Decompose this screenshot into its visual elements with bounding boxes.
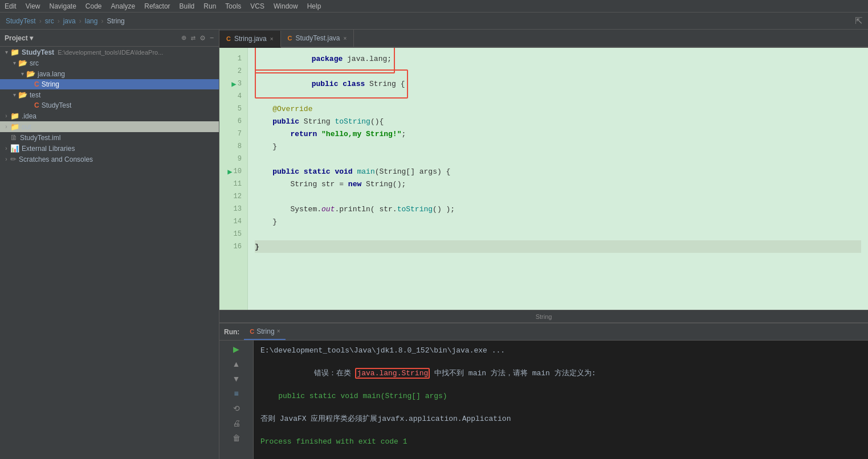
tab-bar: C String.java × C StudyTest.java × — [219, 30, 868, 48]
run-tab-close[interactable]: × — [277, 328, 280, 334]
java-icon-studytest: C — [34, 101, 39, 109]
scratches-icon: ✏ — [10, 155, 17, 163]
sidebar-add-icon[interactable]: ⊕ — [181, 33, 186, 43]
sidebar-title: Project ▾ — [5, 34, 33, 42]
code-line-5: @Override — [255, 103, 861, 115]
menu-help[interactable]: Help — [307, 2, 321, 10]
code-line-11: String str = new String(); — [255, 178, 861, 190]
run-output-line-6 — [260, 425, 861, 436]
tree-arrow-src: ▾ — [10, 60, 18, 66]
tree-item-iml[interactable]: 🗎 StudyTest.iml — [0, 132, 219, 143]
menu-navigate[interactable]: Navigate — [49, 2, 76, 10]
breadcrumb-string[interactable]: String — [107, 17, 124, 25]
breadcrumb-java[interactable]: java — [63, 17, 76, 25]
menu-vcs[interactable]: VCS — [250, 2, 264, 10]
sidebar-icons: ⊕ ⇄ ⚙ – — [181, 33, 214, 43]
run-output-line-5: 否则 JavaFX 应用程序类必须扩展javafx.application.Ap… — [260, 413, 861, 425]
folder-icon-idea: 📁 — [10, 112, 19, 120]
breadcrumb-src[interactable]: src — [45, 17, 54, 25]
line-num-6: 6 — [238, 115, 244, 128]
tree-arrow-test: ▾ — [10, 92, 18, 98]
java-icon-string: C — [34, 80, 39, 88]
code-line-8: } — [255, 140, 861, 153]
tree-item-string[interactable]: C String — [0, 79, 219, 89]
tab-studytest[interactable]: C StudyTest.java × — [281, 30, 354, 47]
folder-icon-src: 📂 — [18, 59, 27, 67]
java-icon-tab-studytest: C — [288, 35, 292, 42]
module-icon: 📁 — [10, 48, 19, 56]
code-line-16: } — [255, 240, 861, 253]
run-format-button[interactable]: ≡ — [230, 387, 243, 400]
breadcrumb-studytest[interactable]: StudyTest — [6, 17, 36, 25]
tree-label-iml: StudyTest.iml — [20, 134, 60, 142]
tab-label-string: String.java — [234, 35, 267, 43]
folder-icon-javalang: 📂 — [26, 69, 35, 78]
run-down-button[interactable]: ▼ — [230, 372, 243, 385]
line-numbers: 1 2 ▶3 4 5 6 7 8 9 ▶10 11 12 13 14 15 16 — [219, 48, 248, 310]
run-tab-icon: C — [250, 328, 254, 335]
library-icon: 📊 — [10, 144, 19, 153]
tree-label-test: test — [30, 91, 40, 99]
line-num-12: 12 — [234, 190, 244, 203]
menu-edit[interactable]: Edit — [5, 2, 17, 10]
run-panel-label: Run: — [224, 328, 239, 336]
tab-close-string[interactable]: × — [270, 36, 274, 42]
sidebar-settings-icon[interactable]: ⚙ — [200, 33, 205, 43]
menu-window[interactable]: Window — [274, 2, 298, 10]
sidebar-sync-icon[interactable]: ⇄ — [191, 33, 195, 43]
line-num-11: 11 — [234, 178, 244, 190]
menu-refactor[interactable]: Refactor — [144, 2, 170, 10]
breadcrumb-sep-1: › — [39, 17, 42, 25]
tree-label-scratches: Scratches and Consoles — [19, 155, 93, 163]
tree-item-studytest-class[interactable]: C StudyTest — [0, 100, 219, 110]
tree-label-out: out — [22, 123, 31, 131]
sidebar-header: Project ▾ ⊕ ⇄ ⚙ – — [0, 30, 219, 47]
code-line-15 — [255, 228, 861, 240]
code-line-6: public String toString(){ — [255, 115, 861, 128]
line-num-7: 7 — [238, 128, 244, 140]
code-content[interactable]: package java.lang; public class String {… — [248, 48, 868, 310]
menu-view[interactable]: View — [26, 2, 40, 10]
tree-label-studytest: StudyTest — [22, 48, 54, 56]
code-line-7: return "hello,my String!"; — [255, 128, 861, 140]
run-up-button[interactable]: ▲ — [230, 358, 243, 370]
sidebar-close-icon[interactable]: – — [210, 33, 214, 43]
tree-item-studytest[interactable]: ▾ 📁 StudyTest E:\development_tools\IDEA\… — [0, 47, 219, 58]
menu-tools[interactable]: Tools — [225, 2, 241, 10]
tree-item-idea[interactable]: › 📁 .idea — [0, 110, 219, 121]
editor-area: C String.java × C StudyTest.java × 1 2 ▶… — [219, 30, 868, 459]
breadcrumb: StudyTest › src › java › lang › String ⇱ — [0, 13, 868, 30]
tree-item-scratches[interactable]: › ✏ Scratches and Consoles — [0, 154, 219, 165]
menu-code[interactable]: Code — [85, 2, 102, 10]
menu-bar: Edit View Navigate Code Analyze Refactor… — [0, 0, 868, 13]
menu-build[interactable]: Build — [180, 2, 195, 10]
tree-arrow-ext: › — [2, 145, 10, 151]
code-editor[interactable]: 1 2 ▶3 4 5 6 7 8 9 ▶10 11 12 13 14 15 16 — [219, 48, 868, 310]
run-clear-button[interactable]: 🗑 — [230, 432, 243, 444]
run-output: E:\development_tools\Java\jdk1.8.0_152\b… — [254, 341, 868, 459]
run-output-line-3: public static void main(String[] args) — [260, 391, 861, 402]
run-output-line-7: Process finished with exit code 1 — [260, 436, 861, 448]
menu-run[interactable]: Run — [203, 2, 216, 10]
menu-analyze[interactable]: Analyze — [111, 2, 136, 10]
tree-item-test[interactable]: ▾ 📂 test — [0, 89, 219, 100]
tree-item-external-libs[interactable]: › 📊 External Libraries — [0, 143, 219, 154]
tree-item-out[interactable]: › 📁 out — [0, 121, 219, 132]
run-print-button[interactable]: 🖨 — [230, 417, 243, 429]
tree-label-javalang: java.lang — [38, 70, 65, 78]
expand-icon[interactable]: ⇱ — [855, 15, 862, 26]
run-tab-string[interactable]: C String × — [244, 324, 286, 340]
tree-detail-studytest: E:\development_tools\IDEA\IdeaPro... — [58, 49, 163, 56]
tab-string[interactable]: C String.java × — [219, 31, 281, 48]
tree-item-javalang[interactable]: ▾ 📂 java.lang — [0, 68, 219, 79]
tab-close-studytest[interactable]: × — [344, 35, 347, 42]
line-num-9: 9 — [238, 153, 244, 165]
line-num-10: ▶10 — [227, 165, 244, 178]
tree-label-src: src — [30, 59, 39, 67]
run-wrap-button[interactable]: ⟲ — [230, 402, 243, 415]
run-play-button[interactable]: ▶ — [230, 343, 243, 355]
line-num-15: 15 — [234, 228, 244, 240]
run-output-line-2: 错误：在类 java.lang.String 中找不到 main 方法，请将 m… — [260, 356, 861, 391]
tree-item-src[interactable]: ▾ 📂 src — [0, 58, 219, 68]
breadcrumb-lang[interactable]: lang — [85, 17, 98, 25]
